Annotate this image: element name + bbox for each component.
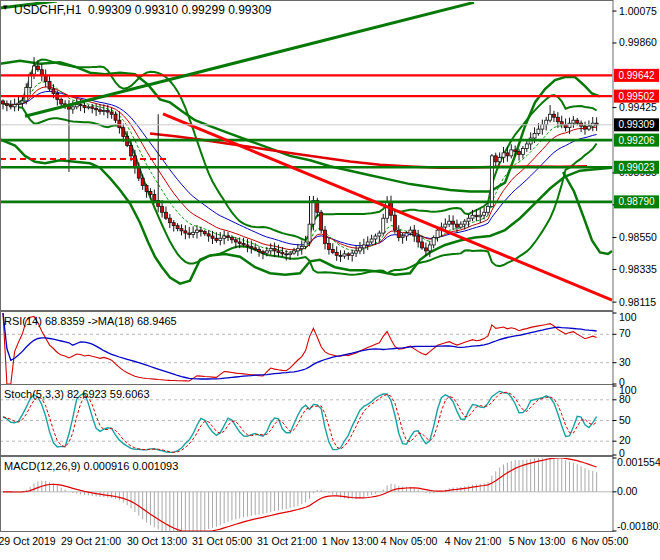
- trading-chart-window: { "title": { "symbol_period": "USDCHF,H1…: [0, 0, 660, 560]
- rsi-panel[interactable]: [0, 312, 613, 385]
- price-axis[interactable]: [613, 0, 660, 532]
- macd-panel[interactable]: [0, 457, 613, 532]
- main-chart-panel[interactable]: [0, 0, 613, 310]
- time-axis[interactable]: [0, 532, 660, 560]
- stochastic-panel[interactable]: [0, 385, 613, 456]
